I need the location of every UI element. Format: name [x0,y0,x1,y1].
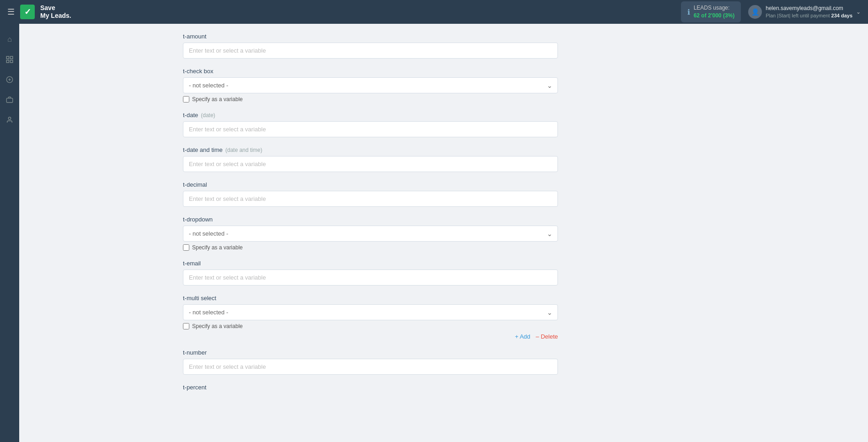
field-t-multi-select: t-multi select - not selected - ⌄ Specif… [183,295,558,340]
user-avatar: 👤 [748,5,762,19]
user-email: helen.savemyleads@gmail.com [766,5,852,12]
logo-text: Save My Leads. [40,4,71,20]
t-dropdown-select[interactable]: - not selected - [183,226,558,242]
user-plan: Plan |Start| left until payment 234 days [766,12,852,19]
t-check-box-specify-label[interactable]: Specify as a variable [192,96,243,102]
t-dropdown-select-wrapper: - not selected - ⌄ [183,226,558,242]
field-t-email: t-email [183,260,558,286]
svg-rect-7 [6,98,12,102]
chevron-down-icon: ⌄ [856,9,861,15]
field-t-date-and-time: t-date and time (date and time) [183,146,558,172]
t-multi-select-select[interactable]: - not selected - [183,304,558,320]
svg-rect-3 [6,60,9,63]
t-check-box-select-wrapper: - not selected - ⌄ [183,77,558,93]
field-label-t-email: t-email [183,260,558,267]
sidebar: ⌂ [0,24,19,442]
sidebar-item-profile[interactable] [1,112,18,128]
sidebar-item-billing[interactable] [1,71,18,88]
t-decimal-input[interactable] [183,191,558,207]
t-check-box-specify-checkbox[interactable] [183,96,189,102]
right-panel [722,24,868,442]
field-t-decimal: t-decimal [183,181,558,207]
field-t-dropdown: t-dropdown - not selected - ⌄ Specify as… [183,216,558,251]
hamburger-icon[interactable]: ☰ [7,7,15,17]
sidebar-item-home[interactable]: ⌂ [1,31,18,48]
leads-usage-widget: ℹ LEADS usage: 62 of 2'000 (3%) [681,1,741,22]
info-icon: ℹ [687,8,690,16]
user-details: helen.savemyleads@gmail.com Plan |Start|… [766,5,852,19]
delete-button[interactable]: – Delete [536,333,558,340]
svg-rect-1 [11,56,13,59]
field-t-percent: t-percent [183,384,558,391]
t-multi-select-specify-label[interactable]: Specify as a variable [192,323,243,329]
t-date-input[interactable] [183,121,558,137]
field-t-check-box: t-check box - not selected - ⌄ Specify a… [183,68,558,102]
field-label-t-multi-select: t-multi select [183,295,558,302]
logo-icon: ✓ [20,5,35,19]
topnav: ☰ ✓ Save My Leads. ℹ LEADS usage: 62 of … [0,0,868,24]
field-label-t-check-box: t-check box [183,68,558,75]
t-multi-select-select-wrapper: - not selected - ⌄ [183,304,558,320]
field-t-date: t-date (date) [183,112,558,137]
svg-rect-0 [6,56,9,59]
t-dropdown-specify-checkbox[interactable] [183,244,189,251]
layout: ⌂ t-amount [0,24,868,442]
t-check-box-checkbox-row: Specify as a variable [183,96,558,102]
sidebar-item-integrations[interactable] [1,51,18,68]
topnav-left: ☰ ✓ Save My Leads. [7,4,71,20]
svg-rect-2 [11,60,13,63]
field-t-amount: t-amount [183,33,558,59]
add-button[interactable]: + Add [515,333,530,340]
svg-point-8 [8,117,11,119]
t-email-input[interactable] [183,270,558,286]
field-label-t-date: t-date (date) [183,112,558,119]
field-t-number: t-number [183,349,558,375]
field-label-t-amount: t-amount [183,33,558,40]
t-multi-select-specify-checkbox[interactable] [183,323,189,329]
t-number-input[interactable] [183,359,558,375]
field-label-t-percent: t-percent [183,384,558,391]
t-amount-input[interactable] [183,43,558,59]
main-content: t-amount t-check box - not selected - ⌄ [19,24,722,442]
sidebar-item-cases[interactable] [1,92,18,108]
t-multi-select-actions: + Add – Delete [183,333,558,340]
field-label-t-dropdown: t-dropdown [183,216,558,223]
topnav-right: ℹ LEADS usage: 62 of 2'000 (3%) 👤 helen.… [681,1,861,22]
t-multi-select-checkbox-row: Specify as a variable [183,323,558,329]
user-info[interactable]: 👤 helen.savemyleads@gmail.com Plan |Star… [748,5,861,19]
field-label-t-number: t-number [183,349,558,356]
leads-usage-text: LEADS usage: 62 of 2'000 (3%) [694,4,735,20]
field-label-t-date-and-time: t-date and time (date and time) [183,146,558,153]
t-dropdown-specify-label[interactable]: Specify as a variable [192,244,243,251]
t-date-and-time-input[interactable] [183,156,558,172]
field-label-t-decimal: t-decimal [183,181,558,188]
form-wrapper: t-amount t-check box - not selected - ⌄ [165,24,576,442]
t-check-box-select[interactable]: - not selected - [183,77,558,93]
t-dropdown-checkbox-row: Specify as a variable [183,244,558,251]
